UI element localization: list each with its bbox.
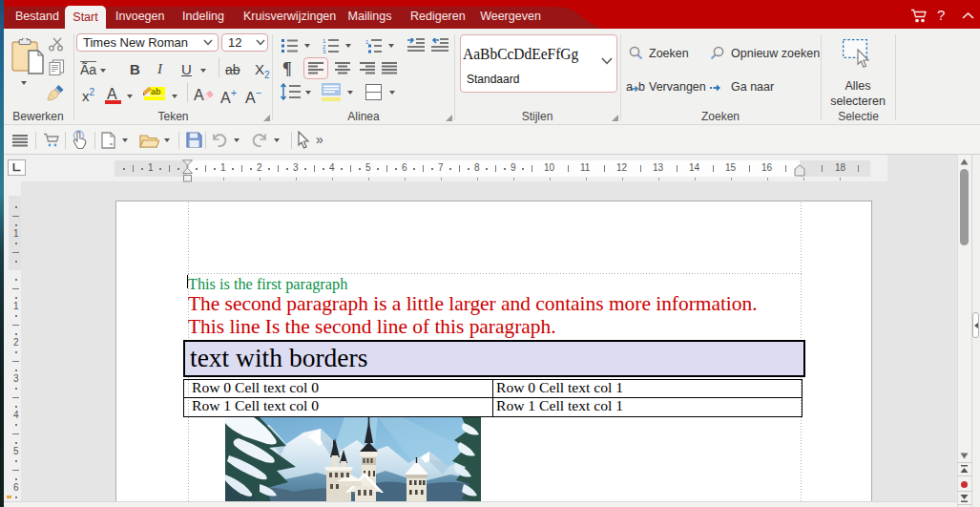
svg-text:3: 3 — [323, 49, 326, 53]
svg-text:1: 1 — [365, 39, 369, 45]
svg-text:ab: ab — [151, 87, 161, 96]
